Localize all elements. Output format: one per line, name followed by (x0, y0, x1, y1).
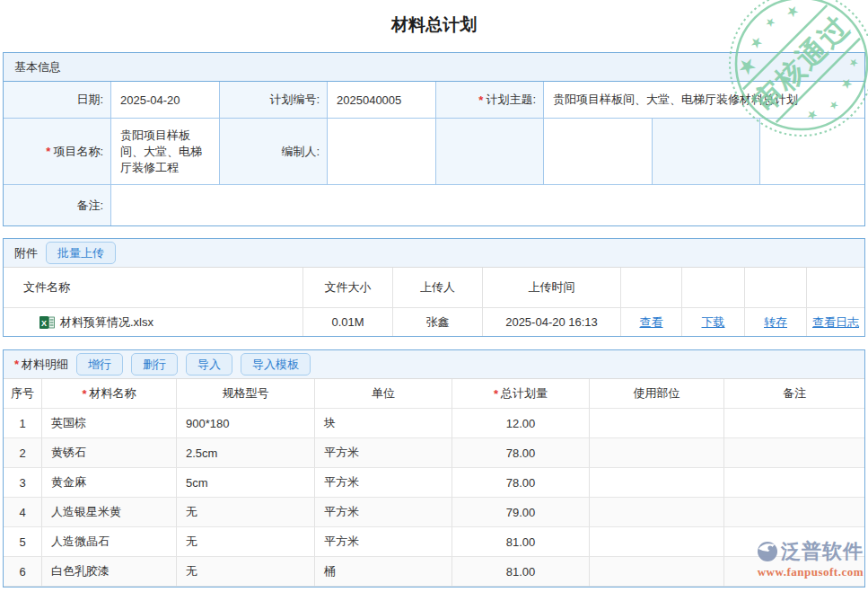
row-spec: 2.5cm (177, 438, 315, 468)
remark-value (111, 185, 864, 225)
col-file-size: 文件大小 (303, 268, 393, 308)
compiler-value (328, 119, 436, 185)
table-row: 4 人造银星米黄 无 平方米 79.00 (4, 498, 864, 527)
col-material-name: * 材料名称 (42, 379, 177, 409)
row-seq: 1 (4, 409, 42, 438)
col-use-location: 使用部位 (590, 379, 724, 409)
empty-label-cell (436, 119, 544, 185)
row-spec: 无 (177, 557, 315, 587)
col-upload-time: 上传时间 (483, 268, 621, 308)
row-spec: 无 (177, 527, 315, 557)
row-use-location (590, 527, 724, 557)
date-label: 日期: (4, 82, 111, 119)
row-unit: 平方米 (315, 468, 452, 498)
empty-label-cell (653, 119, 760, 185)
row-remark (724, 438, 864, 468)
row-material-name: 人造银星米黄 (42, 498, 177, 527)
file-name: 材料预算情况.xlsx (60, 314, 153, 331)
page-title: 材料总计划 (0, 0, 868, 45)
row-unit: 块 (315, 409, 452, 438)
plan-no-value: 2025040005 (328, 82, 436, 119)
row-spec: 900*180 (177, 409, 315, 438)
remark-label: 备注: (4, 185, 111, 225)
excel-file-icon: X (39, 315, 55, 330)
row-material-name: 英国棕 (42, 409, 177, 438)
import-template-button[interactable]: 导入模板 (241, 353, 311, 376)
view-log-link[interactable]: 查看日志 (812, 314, 859, 331)
col-remark: 备注 (724, 379, 864, 409)
row-remark (724, 409, 864, 438)
brand-name: 泛普软件 (781, 538, 864, 565)
basic-info-row-3: 备注: (4, 185, 864, 225)
col-seq: 序号 (4, 379, 42, 409)
required-asterisk: * (494, 387, 498, 401)
subject-value: 贵阳项目样板间、大堂、电梯厅装修材料总计划 (544, 82, 864, 119)
save-as-link[interactable]: 转存 (764, 314, 787, 331)
row-total-qty: 81.00 (452, 557, 590, 587)
row-spec: 无 (177, 498, 315, 527)
file-name-cell: X 材料预算情况.xlsx (4, 308, 303, 336)
add-row-button[interactable]: 增行 (76, 353, 123, 376)
upload-time: 2025-04-20 16:13 (483, 308, 621, 336)
attachment-title: 附件 (14, 245, 38, 261)
required-asterisk: * (82, 387, 86, 401)
row-seq: 2 (4, 438, 42, 468)
required-asterisk: * (46, 145, 50, 158)
brand-logo-icon (756, 540, 779, 563)
row-material-name: 黄金麻 (42, 468, 177, 498)
uploader: 张鑫 (393, 308, 483, 336)
basic-info-section: 基本信息 日期: 2025-04-20 计划编号: 2025040005 * 计… (3, 52, 865, 226)
table-row: 2 黄锈石 2.5cm 平方米 78.00 (4, 438, 864, 468)
row-use-location (590, 498, 724, 527)
row-seq: 5 (4, 527, 42, 557)
row-unit: 桶 (315, 557, 452, 587)
col-action-blank (621, 268, 682, 308)
import-button[interactable]: 导入 (186, 353, 232, 376)
basic-info-title: 基本信息 (14, 59, 61, 75)
project-value: 贵阳项目样板间、大堂、电梯厅装修工程 (111, 119, 220, 185)
required-asterisk: * (478, 93, 483, 107)
batch-upload-button[interactable]: 批量上传 (46, 242, 116, 265)
material-detail-title: 材料明细 (22, 357, 68, 373)
row-use-location (590, 557, 724, 587)
col-unit: 单位 (315, 379, 452, 409)
row-seq: 6 (4, 557, 42, 587)
col-action-blank (745, 268, 807, 308)
row-unit: 平方米 (315, 498, 452, 527)
col-uploader: 上传人 (393, 268, 483, 308)
row-material-name: 黄锈石 (42, 438, 177, 468)
delete-row-button[interactable]: 删行 (131, 353, 178, 376)
row-remark (724, 468, 864, 498)
date-value: 2025-04-20 (111, 82, 220, 119)
col-total-qty: * 总计划量 (452, 379, 590, 409)
row-total-qty: 81.00 (452, 527, 590, 557)
brand-watermark: 泛普软件 www.fanpusoft.com (736, 538, 864, 579)
project-label: * 项目名称: (4, 119, 111, 185)
file-size: 0.01M (303, 308, 393, 336)
basic-info-row-2: * 项目名称: 贵阳项目样板间、大堂、电梯厅装修工程 编制人: (4, 119, 864, 185)
row-use-location (590, 438, 724, 468)
material-table-header: 序号 * 材料名称 规格型号 单位 * 总计划量 使用部位 备注 (4, 379, 864, 409)
row-total-qty: 78.00 (452, 438, 590, 468)
row-total-qty: 78.00 (452, 468, 590, 498)
row-total-qty: 12.00 (452, 409, 590, 438)
row-use-location (590, 409, 724, 438)
col-action-blank (682, 268, 745, 308)
row-remark (724, 498, 864, 527)
required-asterisk: * (14, 358, 19, 371)
attachment-table-header: 文件名称 文件大小 上传人 上传时间 (4, 268, 864, 308)
col-action-blank (807, 268, 864, 308)
basic-info-row-1: 日期: 2025-04-20 计划编号: 2025040005 * 计划主题: … (4, 82, 864, 119)
row-use-location (590, 468, 724, 498)
col-file-name: 文件名称 (4, 268, 303, 308)
material-detail-header: * 材料明细 增行 删行 导入 导入模板 (4, 350, 864, 379)
row-spec: 5cm (177, 468, 315, 498)
row-material-name: 白色乳胶漆 (42, 557, 177, 587)
view-link[interactable]: 查看 (640, 314, 663, 331)
table-row: 3 黄金麻 5cm 平方米 78.00 (4, 468, 864, 498)
row-unit: 平方米 (315, 438, 452, 468)
col-spec: 规格型号 (177, 379, 315, 409)
attachment-section: 附件 批量上传 文件名称 文件大小 上传人 上传时间 X 材料预算情况.xl (3, 238, 865, 337)
svg-text:X: X (41, 318, 47, 327)
download-link[interactable]: 下载 (702, 314, 725, 331)
